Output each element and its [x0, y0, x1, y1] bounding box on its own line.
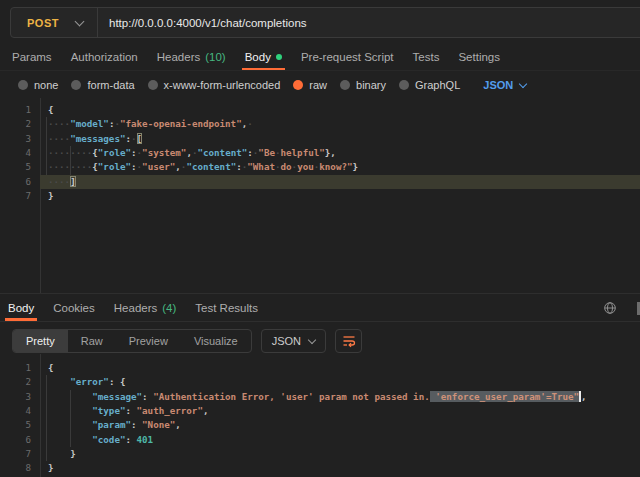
response-views-row: PrettyRawPreviewVisualize JSON [12, 329, 362, 353]
code-line: 1{ [0, 361, 640, 375]
view-pretty[interactable]: Pretty [13, 330, 68, 352]
wrap-text-button[interactable] [335, 329, 362, 353]
line-content: "message": "Authentication Error, 'user'… [40, 390, 640, 404]
line-number: 3 [0, 390, 31, 404]
postman-window: POST http://0.0.0.0:4000/v1/chat/complet… [0, 0, 640, 477]
radio-label: none [34, 79, 58, 91]
code-token: "type" [92, 405, 125, 416]
code-token: ········ [48, 161, 92, 172]
view-visualize[interactable]: Visualize [181, 330, 251, 352]
tab-body[interactable]: Body [245, 44, 282, 70]
response-tab-test-results[interactable]: Test Results [195, 294, 258, 321]
code-line: 1{ [0, 103, 640, 117]
code-line: 5 "param": "None", [0, 418, 640, 432]
url-input[interactable]: http://0.0.0.0:4000/v1/chat/completions [98, 17, 307, 29]
chevron-down-icon [75, 16, 85, 26]
code-line: 3 "message": "Authentication Error, 'use… [0, 390, 640, 404]
line-number: 4 [0, 146, 31, 160]
code-token: : [142, 391, 153, 402]
line-number: 5 [0, 160, 31, 174]
radio-icon [399, 80, 409, 90]
code-token [48, 448, 70, 459]
code-token: "param" [92, 419, 131, 430]
radio-label: binary [356, 79, 386, 91]
wrap-text-icon [342, 334, 356, 348]
request-language-dropdown[interactable]: JSON [483, 79, 526, 91]
tab-label: Headers [114, 302, 157, 314]
radio-icon [293, 80, 303, 90]
code-token: ········ [48, 147, 92, 158]
code-line: 7 } [0, 447, 640, 461]
response-tab-body[interactable]: Body [8, 294, 34, 321]
response-body-editor[interactable]: 1{2 "error": {3 "message": "Authenticati… [0, 354, 640, 477]
tab-pre-request-script[interactable]: Pre-request Script [301, 44, 394, 70]
code-token: "code" [92, 434, 125, 445]
request-language-label: JSON [483, 79, 513, 91]
code-token: }, [325, 147, 336, 158]
line-content: } [40, 461, 640, 475]
line-number: 7 [0, 447, 31, 461]
tab-count-badge: (10) [205, 51, 225, 63]
code-token: "What [247, 161, 275, 172]
line-content: } [40, 447, 640, 461]
code-line: 4 "type": "auth_error", [0, 404, 640, 418]
body-mode-raw[interactable]: raw [293, 79, 327, 91]
code-line: 4········{"role":·"system",·"content":·"… [0, 146, 640, 160]
line-content: { [40, 103, 640, 117]
code-line: 8} [0, 461, 640, 475]
code-token: know?" [319, 161, 352, 172]
code-token: { [48, 104, 54, 115]
green-dot-icon [276, 54, 282, 60]
tab-authorization[interactable]: Authorization [71, 44, 138, 70]
body-mode-binary[interactable]: binary [340, 79, 386, 91]
body-mode-none[interactable]: none [18, 79, 58, 91]
line-content: ····"messages":·[ [40, 132, 640, 146]
code-token [48, 434, 92, 445]
line-content: "error": { [40, 375, 640, 389]
line-content: ········{"role":·"system",·"content":·"B… [40, 146, 640, 160]
code-token [48, 376, 70, 387]
code-token: ···· [48, 133, 70, 144]
code-token: } [48, 462, 54, 473]
line-number: 1 [0, 361, 31, 375]
body-mode-graphql[interactable]: GraphQL [399, 79, 460, 91]
code-token: "messages" [70, 133, 125, 144]
radio-icon [340, 80, 350, 90]
response-language-label: JSON [272, 335, 301, 347]
tab-label: Headers [157, 51, 200, 63]
view-raw[interactable]: Raw [68, 330, 116, 352]
body-mode-x-www-form-urlencoded[interactable]: x-www-form-urlencoded [148, 79, 281, 91]
line-number: 5 [0, 418, 31, 432]
code-token: [ [137, 133, 143, 144]
code-token: : [125, 405, 136, 416]
code-token: do [281, 161, 292, 172]
code-line: 7} [0, 189, 640, 203]
request-body-editor[interactable]: 1{2····"model":·"fake-openai-endpoint",·… [0, 98, 640, 293]
code-token: you [297, 161, 314, 172]
line-content: ····] [40, 175, 640, 189]
radio-icon [148, 80, 158, 90]
code-line: 3····"messages":·[ [0, 132, 640, 146]
method-dropdown[interactable]: POST [11, 17, 97, 29]
tab-label: Params [12, 51, 52, 63]
response-language-dropdown[interactable]: JSON [261, 329, 326, 353]
tab-label: Authorization [71, 51, 138, 63]
body-mode-form-data[interactable]: form-data [71, 79, 134, 91]
code-token: "message" [92, 391, 142, 402]
line-number: 7 [0, 189, 31, 203]
response-tab-cookies[interactable]: Cookies [53, 294, 95, 321]
globe-icon[interactable] [603, 301, 617, 315]
tab-params[interactable]: Params [12, 44, 52, 70]
code-token: , [175, 419, 181, 430]
view-preview[interactable]: Preview [116, 330, 181, 352]
line-content: { [40, 361, 640, 375]
tab-settings[interactable]: Settings [458, 44, 500, 70]
code-token: , [581, 391, 587, 402]
tab-headers[interactable]: Headers(10) [157, 44, 226, 70]
code-token: ···· [48, 118, 70, 129]
tab-tests[interactable]: Tests [413, 44, 440, 70]
radio-icon [18, 80, 28, 90]
code-token: "auth_error" [137, 405, 203, 416]
code-line: 6····] [0, 175, 640, 189]
response-tab-headers[interactable]: Headers(4) [114, 294, 177, 321]
